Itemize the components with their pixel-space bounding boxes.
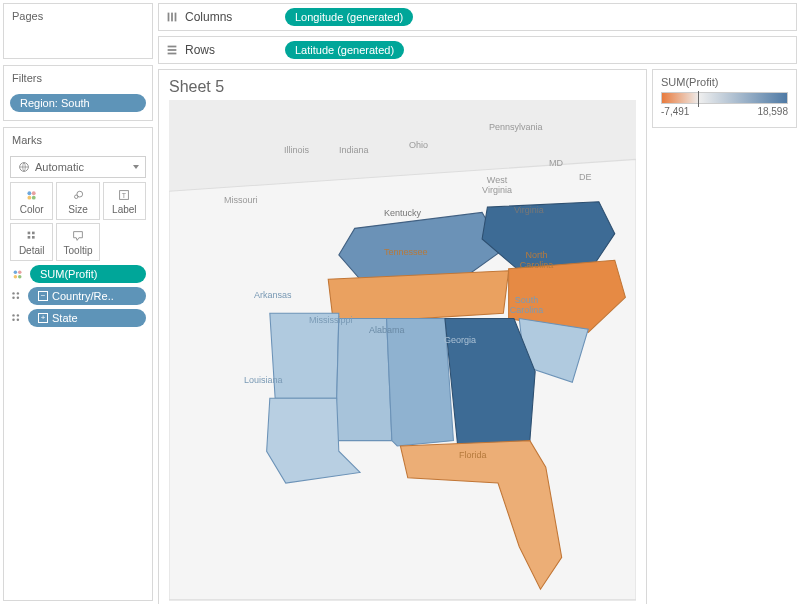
svg-point-2 xyxy=(31,191,35,195)
svg-point-18 xyxy=(17,292,19,294)
columns-pill-longitude[interactable]: Longitude (generated) xyxy=(285,8,413,26)
label-icon: T xyxy=(117,188,131,202)
mark-size-button[interactable]: Size xyxy=(56,182,99,220)
globe-icon xyxy=(17,160,31,174)
svg-point-3 xyxy=(27,196,31,200)
color-legend[interactable]: SUM(Profit) -7,491 18,598 xyxy=(652,69,797,128)
legend-max: 18,598 xyxy=(757,106,788,117)
mark-field-profit[interactable]: SUM(Profit) xyxy=(30,265,146,283)
svg-rect-10 xyxy=(32,232,35,235)
mark-color-button[interactable]: Color xyxy=(10,182,53,220)
legend-gradient xyxy=(661,92,788,104)
svg-point-16 xyxy=(18,275,22,279)
columns-shelf[interactable]: Columns Longitude (generated) xyxy=(158,3,797,31)
svg-point-19 xyxy=(12,297,14,299)
marks-title: Marks xyxy=(4,128,152,152)
tooltip-icon xyxy=(71,229,85,243)
svg-point-20 xyxy=(17,297,19,299)
mark-type-select[interactable]: Automatic xyxy=(10,156,146,178)
pages-title: Pages xyxy=(4,4,152,28)
filter-pill-region[interactable]: Region: South xyxy=(10,94,146,112)
svg-rect-25 xyxy=(168,13,170,22)
legend-min: -7,491 xyxy=(661,106,689,117)
rows-icon xyxy=(165,43,179,57)
mark-label-button[interactable]: T Label xyxy=(103,182,146,220)
svg-rect-9 xyxy=(27,232,30,235)
svg-rect-30 xyxy=(168,53,177,55)
map-canvas[interactable]: Illinois Indiana Ohio Pennsylvania Misso… xyxy=(169,100,636,601)
rows-shelf[interactable]: Rows Latitude (generated) xyxy=(158,36,797,64)
svg-point-24 xyxy=(17,319,19,321)
svg-point-15 xyxy=(14,275,18,279)
rows-pill-latitude[interactable]: Latitude (generated) xyxy=(285,41,404,59)
mark-field-state[interactable]: +State xyxy=(28,309,146,327)
svg-rect-29 xyxy=(168,49,177,51)
detail-icon xyxy=(25,229,39,243)
color-icon xyxy=(25,188,39,202)
columns-label: Columns xyxy=(185,10,232,24)
state-georgia[interactable] xyxy=(445,319,535,446)
sheet-title: Sheet 5 xyxy=(169,78,636,96)
mark-field-country[interactable]: −Country/Re.. xyxy=(28,287,146,305)
columns-icon xyxy=(165,10,179,24)
svg-point-1 xyxy=(27,191,31,195)
state-arkansas[interactable] xyxy=(270,313,339,398)
mark-type-label: Automatic xyxy=(35,161,84,173)
svg-point-22 xyxy=(17,314,19,316)
mark-tooltip-button[interactable]: Tooltip xyxy=(56,223,99,261)
color-icon xyxy=(10,266,26,282)
svg-rect-27 xyxy=(175,13,177,22)
detail-icon xyxy=(10,288,24,304)
svg-point-23 xyxy=(12,319,14,321)
filters-panel: Filters Region: South xyxy=(3,65,153,121)
svg-rect-26 xyxy=(171,13,173,22)
svg-point-6 xyxy=(77,191,83,197)
rows-label: Rows xyxy=(185,43,215,57)
svg-point-21 xyxy=(12,314,14,316)
svg-rect-28 xyxy=(168,46,177,48)
size-icon xyxy=(71,188,85,202)
viz-pane[interactable]: Sheet 5 xyxy=(158,69,647,604)
legend-title: SUM(Profit) xyxy=(661,76,788,88)
mark-detail-button[interactable]: Detail xyxy=(10,223,53,261)
svg-text:T: T xyxy=(122,192,127,199)
svg-point-14 xyxy=(18,271,22,275)
svg-rect-12 xyxy=(32,236,35,239)
state-alabama[interactable] xyxy=(387,319,454,446)
chevron-down-icon xyxy=(133,165,139,169)
marks-panel: Marks Automatic Color Si xyxy=(3,127,153,601)
svg-point-13 xyxy=(14,271,18,275)
detail-icon xyxy=(10,310,24,326)
svg-point-4 xyxy=(31,196,35,200)
pages-panel: Pages xyxy=(3,3,153,59)
svg-point-17 xyxy=(12,292,14,294)
svg-rect-11 xyxy=(27,236,30,239)
legend-tick xyxy=(698,91,699,107)
filters-title: Filters xyxy=(4,66,152,90)
state-mississippi[interactable] xyxy=(334,319,392,441)
